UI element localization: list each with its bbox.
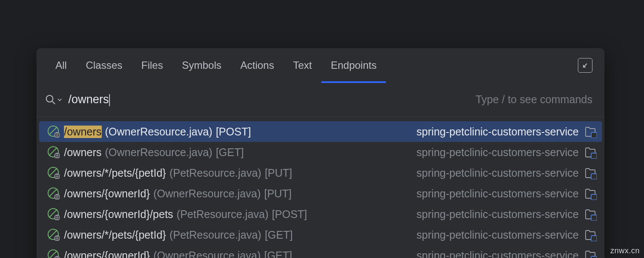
result-method: [GET]: [265, 229, 293, 241]
search-icon: [44, 93, 62, 106]
module-icon: [584, 125, 597, 138]
result-module: spring-petclinic-customers-service: [416, 146, 579, 159]
svg-rect-43: [591, 256, 597, 258]
result-path: /owners: [64, 146, 102, 159]
module-icon: [584, 146, 597, 159]
result-row[interactable]: /owners/{ownerId}/pets (PetResource.java…: [36, 204, 605, 224]
svg-rect-19: [591, 174, 597, 179]
result-method: [GET]: [216, 146, 244, 159]
svg-rect-37: [591, 236, 597, 241]
result-module: spring-petclinic-customers-service: [416, 187, 579, 200]
search-everywhere-dialog: All Classes Files Symbols Actions Text E…: [36, 48, 605, 258]
endpoint-icon: [48, 249, 60, 258]
result-module: spring-petclinic-customers-service: [416, 126, 579, 138]
result-file: (OwnerResource.java): [153, 187, 261, 200]
svg-rect-7: [591, 132, 597, 138]
tab-actions[interactable]: Actions: [231, 48, 284, 83]
result-path: /owners/*/pets/{petId}: [64, 167, 166, 179]
expand-icon: [581, 61, 589, 69]
tab-symbols[interactable]: Symbols: [173, 48, 231, 83]
svg-rect-13: [591, 153, 597, 159]
module-icon: [584, 187, 597, 200]
result-file: (OwnerResource.java): [153, 249, 261, 258]
tab-all[interactable]: All: [46, 48, 76, 83]
search-bar: /owners Type / to see commands: [36, 83, 605, 117]
result-method: [GET]: [264, 249, 292, 258]
tab-files[interactable]: Files: [132, 48, 173, 83]
module-icon: [584, 208, 597, 221]
search-hint: Type / to see commands: [476, 93, 592, 106]
svg-rect-31: [591, 215, 597, 221]
search-input[interactable]: /owners: [62, 93, 476, 106]
result-path: /owners/{ownerId}/pets: [64, 208, 173, 221]
result-path: /owners: [64, 126, 102, 138]
svg-line-1: [52, 101, 55, 104]
result-method: [POST]: [216, 126, 251, 138]
results-list: /owners (OwnerResource.java) [POST] spri…: [36, 117, 605, 258]
endpoint-icon: [48, 208, 60, 220]
result-row[interactable]: /owners/{ownerId} (OwnerResource.java) […: [36, 245, 605, 258]
result-module: spring-petclinic-customers-service: [416, 249, 579, 258]
watermark: znwx.cn: [610, 246, 640, 255]
result-path: /owners/{ownerId}: [64, 187, 150, 200]
endpoint-icon: [48, 229, 60, 241]
endpoint-icon: [48, 167, 60, 179]
result-path: /owners/*/pets/{petId}: [64, 229, 166, 241]
endpoint-icon: [48, 126, 60, 138]
result-file: (PetResource.java): [176, 208, 268, 221]
svg-point-0: [46, 95, 53, 102]
module-icon: [584, 249, 597, 258]
chevron-down-icon: [57, 93, 62, 106]
result-row[interactable]: /owners/{ownerId} (OwnerResource.java) […: [36, 183, 605, 204]
result-path: /owners/{ownerId}: [64, 249, 150, 258]
result-method: [PUT]: [264, 187, 292, 200]
result-row[interactable]: /owners/*/pets/{petId} (PetResource.java…: [36, 163, 605, 183]
module-icon: [584, 166, 597, 179]
tab-classes[interactable]: Classes: [76, 48, 132, 83]
module-icon: [584, 228, 597, 241]
result-file: (PetResource.java): [170, 167, 261, 179]
endpoint-icon: [48, 187, 60, 200]
tab-text[interactable]: Text: [283, 48, 321, 83]
result-file: (OwnerResource.java): [105, 126, 213, 138]
result-row[interactable]: /owners (OwnerResource.java) [GET] sprin…: [36, 142, 605, 163]
result-module: spring-petclinic-customers-service: [416, 229, 579, 241]
endpoint-icon: [48, 146, 60, 158]
tab-endpoints[interactable]: Endpoints: [321, 48, 386, 83]
result-method: [PUT]: [265, 167, 292, 179]
result-row[interactable]: /owners/*/pets/{petId} (PetResource.java…: [36, 224, 605, 245]
result-file: (OwnerResource.java): [105, 146, 213, 159]
result-row[interactable]: /owners (OwnerResource.java) [POST] spri…: [39, 121, 602, 142]
search-tabs: All Classes Files Symbols Actions Text E…: [36, 48, 605, 83]
result-module: spring-petclinic-customers-service: [416, 208, 579, 221]
result-file: (PetResource.java): [170, 229, 261, 241]
result-module: spring-petclinic-customers-service: [416, 167, 579, 179]
result-method: [POST]: [272, 208, 307, 221]
svg-rect-25: [591, 194, 597, 200]
open-in-toolwindow-button[interactable]: [578, 58, 592, 73]
